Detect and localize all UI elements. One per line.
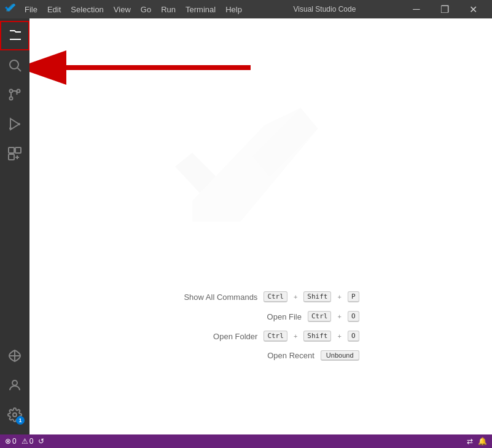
- activity-item-accounts[interactable]: [0, 371, 29, 400]
- activity-item-extensions[interactable]: [0, 139, 29, 168]
- shortcut-row-open-folder: Open Folder Ctrl + Shift + O: [178, 331, 359, 342]
- svg-rect-10: [9, 154, 14, 160]
- status-bar-right: ⇄ 🔔: [467, 437, 487, 446]
- accounts-icon: [7, 378, 22, 393]
- app-logo: [5, 3, 17, 15]
- key-ctrl-1: Ctrl: [264, 291, 287, 302]
- menu-terminal[interactable]: Terminal: [181, 4, 221, 15]
- remote-icon: [7, 348, 22, 363]
- minimize-button[interactable]: ─: [402, 0, 431, 18]
- status-remote[interactable]: ⇄: [467, 437, 473, 446]
- svg-point-12: [13, 413, 17, 417]
- menu-bar: File Edit Selection View Go Run Terminal…: [20, 4, 247, 15]
- annotation-arrow: [29, 37, 257, 98]
- activity-item-remote[interactable]: [0, 341, 29, 371]
- activity-item-source-control[interactable]: [0, 80, 29, 109]
- run-icon: [7, 117, 22, 132]
- svg-point-6: [9, 127, 12, 130]
- svg-point-2: [10, 90, 13, 93]
- editor-area: Show All Commands Ctrl + Shift + P Open …: [29, 18, 492, 434]
- error-icon: ⊗: [5, 437, 11, 446]
- main-layout: 1 Show All Commands Ctrl + Shift + P: [0, 18, 492, 434]
- key-unbound: Unbound: [321, 350, 359, 361]
- window-title: Visual Studio Code: [247, 5, 402, 14]
- maximize-button[interactable]: ❐: [431, 0, 459, 18]
- key-ctrl-3: Ctrl: [264, 331, 287, 342]
- warning-icon: ⚠: [21, 437, 28, 446]
- explorer-icon: [8, 28, 23, 43]
- key-o: O: [348, 311, 359, 322]
- extensions-icon: [7, 146, 22, 161]
- shortcut-label-open-recent: Open Recent: [235, 351, 314, 360]
- notification-icon: 🔔: [478, 437, 487, 446]
- menu-run[interactable]: Run: [156, 4, 181, 15]
- vscode-watermark: [175, 104, 347, 279]
- menu-edit[interactable]: Edit: [42, 4, 66, 15]
- welcome-shortcuts: Show All Commands Ctrl + Shift + P Open …: [163, 291, 359, 361]
- shortcut-label-commands: Show All Commands: [178, 293, 257, 302]
- source-control-icon: [7, 87, 22, 102]
- shortcut-row-open-recent: Open Recent Unbound: [235, 350, 359, 361]
- svg-point-7: [18, 123, 20, 125]
- activity-item-explorer[interactable]: [0, 21, 29, 50]
- menu-selection[interactable]: Selection: [66, 4, 108, 15]
- remote-status-icon: ⇄: [467, 437, 473, 446]
- svg-marker-5: [10, 119, 19, 130]
- close-button[interactable]: ✕: [459, 0, 487, 18]
- menu-help[interactable]: Help: [221, 4, 247, 15]
- title-bar: File Edit Selection View Go Run Terminal…: [0, 0, 492, 18]
- search-icon: [7, 58, 22, 73]
- shortcut-row-open-file: Open File Ctrl + O: [222, 311, 359, 322]
- activity-item-settings[interactable]: 1: [0, 400, 29, 430]
- svg-point-0: [10, 60, 18, 69]
- menu-go[interactable]: Go: [136, 4, 156, 15]
- menu-view[interactable]: View: [109, 4, 136, 15]
- status-errors[interactable]: ⊗ 0: [5, 437, 17, 446]
- key-ctrl-2: Ctrl: [308, 311, 332, 322]
- status-bar-left: ⊗ 0 ⚠ 0 ↺: [5, 437, 44, 446]
- svg-point-11: [12, 380, 17, 385]
- error-count: 0: [12, 437, 17, 446]
- warning-count: 0: [29, 437, 34, 446]
- svg-rect-8: [9, 147, 14, 153]
- svg-point-3: [10, 97, 13, 100]
- status-notifications[interactable]: 🔔: [478, 437, 487, 446]
- settings-badge: 1: [16, 416, 25, 425]
- svg-rect-9: [15, 147, 21, 153]
- shortcut-row-commands: Show All Commands Ctrl + Shift + P: [178, 291, 359, 302]
- key-shift-1: Shift: [303, 291, 331, 302]
- activity-bar: 1: [0, 18, 29, 434]
- svg-line-1: [18, 68, 21, 72]
- window-controls: ─ ❐ ✕: [402, 0, 487, 18]
- activity-bar-bottom: 1: [0, 341, 29, 434]
- key-shift-2: Shift: [303, 331, 331, 342]
- activity-item-search[interactable]: [0, 50, 29, 80]
- activity-item-run[interactable]: [0, 109, 29, 139]
- key-o-2: O: [348, 331, 359, 342]
- sync-icon: ↺: [38, 437, 44, 446]
- shortcut-label-open-folder: Open Folder: [178, 332, 257, 341]
- status-bar: ⊗ 0 ⚠ 0 ↺ ⇄ 🔔: [0, 434, 492, 448]
- status-sync[interactable]: ↺: [38, 437, 44, 446]
- menu-file[interactable]: File: [20, 4, 42, 15]
- shortcut-label-open-file: Open File: [222, 312, 302, 321]
- key-p-1: P: [348, 291, 359, 302]
- status-warnings[interactable]: ⚠ 0: [21, 437, 34, 446]
